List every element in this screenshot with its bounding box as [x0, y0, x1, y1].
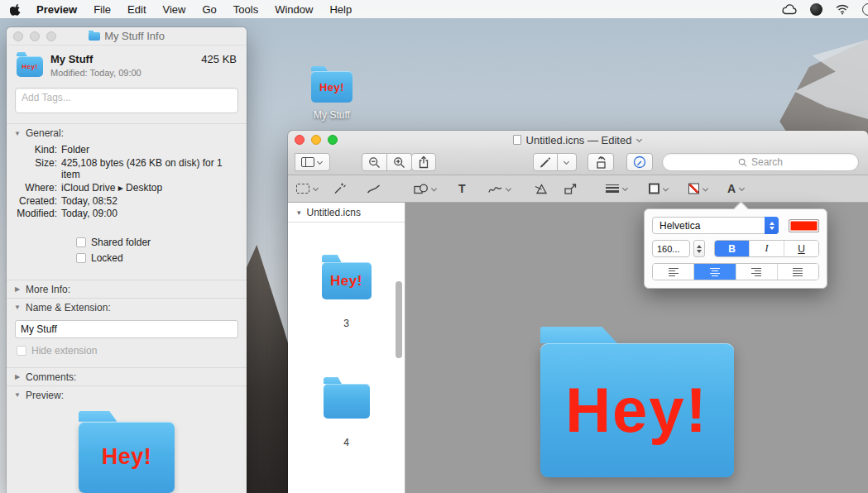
sidebar-scrollbar[interactable]	[396, 281, 402, 358]
filename-field[interactable]	[15, 320, 238, 338]
cloud-icon[interactable]	[781, 4, 797, 15]
menu-item-edit[interactable]: Edit	[119, 3, 154, 16]
apple-menu-icon[interactable]	[10, 3, 22, 16]
zoom-in-button[interactable]	[387, 153, 412, 171]
menu-item-window[interactable]: Window	[266, 3, 321, 16]
markup-toolbar: T A	[288, 175, 868, 203]
font-size-field[interactable]	[652, 240, 690, 257]
menu-app-name[interactable]: Preview	[28, 3, 85, 16]
chevron-down-icon[interactable]	[636, 136, 643, 143]
thumbnail-page-4[interactable]: 4	[288, 384, 405, 448]
disclosure-closed-icon[interactable]: ▶	[13, 285, 22, 293]
underline-button[interactable]: U	[784, 241, 818, 256]
menu-item-file[interactable]: File	[85, 3, 119, 16]
search-icon	[738, 158, 747, 167]
sign-button[interactable]	[488, 184, 512, 194]
menu-item-help[interactable]: Help	[321, 3, 360, 16]
tags-input[interactable]: Add Tags...	[15, 88, 238, 113]
adjust-color-button[interactable]	[535, 183, 548, 195]
section-more-info[interactable]: ▶ More Info:	[7, 280, 247, 298]
shape-style-button[interactable]	[606, 184, 629, 193]
share-group	[411, 153, 436, 171]
menu-item-view[interactable]: View	[155, 3, 194, 16]
font-family-select[interactable]: Helvetica	[652, 217, 779, 234]
font-family-stepper[interactable]	[765, 217, 779, 234]
view-menu-group	[295, 153, 330, 171]
info-row-where: Where: iCloud Drive ▸ Desktop	[7, 182, 237, 194]
up-arrow-icon	[697, 245, 702, 248]
text-tool-button[interactable]: T	[458, 182, 466, 195]
sidebar-filename: Untitled.icns	[307, 207, 361, 218]
align-right-button[interactable]	[736, 264, 777, 280]
wifi-icon[interactable]	[836, 4, 849, 15]
sidebar-view-button[interactable]	[295, 153, 330, 171]
canvas-folder-image[interactable]: Hey!	[540, 343, 734, 477]
hide-extension-checkbox[interactable]	[17, 346, 26, 356]
close-button[interactable]	[295, 135, 305, 145]
folder-icon-text: Hey!	[102, 446, 152, 468]
zoom-button[interactable]	[328, 135, 338, 145]
folder-mini-icon	[89, 32, 100, 41]
share-button[interactable]	[411, 153, 436, 171]
minimize-button[interactable]	[30, 31, 40, 41]
align-right-icon	[751, 268, 761, 276]
text-style-button[interactable]: A	[727, 182, 746, 195]
align-justify-button[interactable]	[777, 264, 818, 280]
disclosure-open-icon[interactable]: ▼	[13, 304, 22, 311]
rotate-left-button[interactable]	[587, 153, 614, 171]
thumbnail-page-3[interactable]: Hey! 3	[288, 262, 405, 329]
info-row-label: Modified:	[7, 208, 61, 220]
bold-button[interactable]: B	[715, 241, 749, 256]
menu-extra-icon[interactable]	[862, 3, 868, 16]
fill-color-button[interactable]	[688, 184, 709, 194]
selection-tool-button[interactable]	[296, 184, 319, 194]
adjust-size-button[interactable]	[563, 183, 577, 195]
desktop-folder-my-stuff[interactable]: Hey! My Stuff	[305, 65, 359, 121]
section-general[interactable]: ▼ General:	[7, 124, 247, 141]
chevron-down-icon	[663, 185, 669, 192]
general-rows: Kind: Folder Size: 425,108 bytes (426 KB…	[7, 141, 247, 280]
thumbnail-page-number: 3	[343, 318, 349, 329]
minimize-button[interactable]	[311, 135, 321, 145]
font-color-well[interactable]	[789, 219, 819, 232]
italic-button[interactable]: I	[749, 241, 784, 256]
search-input[interactable]: Search	[662, 153, 859, 171]
border-color-button[interactable]	[649, 184, 669, 194]
preview-titlebar[interactable]: Untitled.icns — Edited	[288, 131, 868, 149]
menu-bar: Preview File Edit View Go Tools Window H…	[0, 0, 868, 18]
app-status-icon[interactable]	[810, 3, 822, 16]
info-window: My Stuff Info Hey! My Stuff Modified: To…	[7, 27, 247, 493]
menu-item-go[interactable]: Go	[194, 3, 224, 16]
disclosure-open-icon[interactable]: ▼	[13, 130, 22, 137]
locked-checkbox[interactable]	[76, 253, 86, 263]
markup-pen-button[interactable]	[533, 153, 558, 171]
info-row-modified: Modified: Today, 09:00	[7, 208, 237, 220]
canvas-folder-text[interactable]: Hey!	[565, 379, 708, 442]
markup-toolbar-toggle-button[interactable]	[626, 153, 653, 171]
text-tool-icon: T	[458, 182, 466, 195]
align-center-button[interactable]	[693, 264, 735, 280]
section-comments[interactable]: ▶ Comments:	[7, 368, 247, 385]
down-arrow-icon	[770, 227, 774, 230]
shapes-button[interactable]	[414, 183, 438, 195]
document-proxy-icon[interactable]	[513, 135, 521, 145]
sidebar-header[interactable]: ▾ Untitled.icns	[288, 203, 405, 223]
zoom-out-button[interactable]	[362, 153, 387, 171]
disclosure-open-icon[interactable]: ▾	[297, 208, 301, 217]
section-preview[interactable]: ▼ Preview:	[7, 386, 247, 404]
disclosure-open-icon[interactable]: ▼	[13, 391, 22, 399]
info-titlebar[interactable]: My Stuff Info	[7, 27, 247, 45]
disclosure-closed-icon[interactable]: ▶	[13, 373, 22, 381]
chevron-down-icon	[506, 185, 512, 192]
menu-item-tools[interactable]: Tools	[225, 3, 266, 16]
zoom-button[interactable]	[46, 31, 56, 41]
instant-alpha-button[interactable]	[333, 182, 346, 195]
font-size-stepper[interactable]	[693, 240, 705, 257]
align-left-button[interactable]	[653, 264, 693, 280]
markup-pen-dropdown[interactable]	[558, 153, 577, 171]
info-row-label: Created:	[7, 195, 61, 208]
close-button[interactable]	[13, 31, 23, 41]
section-name-extension[interactable]: ▼ Name & Extension:	[7, 299, 247, 316]
sketch-tool-button[interactable]	[367, 183, 381, 195]
shared-folder-checkbox[interactable]	[76, 237, 86, 247]
